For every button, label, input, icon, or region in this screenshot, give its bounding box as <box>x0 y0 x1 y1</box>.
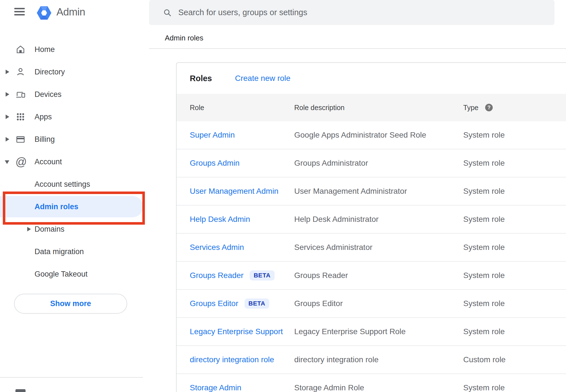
role-description: Groups Administrator <box>294 159 368 168</box>
role-type: System role <box>463 327 505 336</box>
help-icon[interactable]: ? <box>485 104 493 111</box>
sidebar-item-account-settings[interactable]: Account settings <box>0 173 149 195</box>
sidebar-item-label: Domains <box>35 225 65 234</box>
sidebar-item-admin-roles[interactable]: Admin roles <box>0 195 149 218</box>
sidebar-item-label: Home <box>35 45 55 54</box>
sidebar-item-billing[interactable]: Billing <box>0 128 149 151</box>
sidebar-bottom-divider <box>0 377 143 378</box>
caret-right-icon <box>27 227 31 231</box>
search-icon <box>163 8 172 17</box>
at-sign-icon: @ <box>15 157 26 167</box>
admin-logo-icon <box>36 4 53 21</box>
column-header-description: Role description <box>294 104 344 112</box>
sidebar-item-label: Data migration <box>35 247 84 256</box>
role-link[interactable]: Groups Reader <box>190 271 243 280</box>
sidebar-item-home[interactable]: Home <box>0 38 149 61</box>
sidebar-item-apps[interactable]: Apps <box>0 106 149 128</box>
role-description: Legacy Enterprise Support Role <box>294 327 406 336</box>
roles-card-header: Roles Create new role <box>177 63 566 94</box>
role-link[interactable]: Legacy Enterprise Support <box>190 327 283 336</box>
caret-right-icon <box>6 137 9 142</box>
role-type: System role <box>463 159 505 168</box>
sidebar-item-devices[interactable]: Devices <box>0 83 149 106</box>
beta-badge: BETA <box>245 298 269 309</box>
table-row: Groups Reader BETA Groups Reader System … <box>177 261 566 289</box>
role-link[interactable]: Groups Admin <box>190 159 239 168</box>
roles-table-body: Super Admin Google Apps Administrator Se… <box>177 121 566 392</box>
role-description: Groups Reader <box>294 271 348 280</box>
roles-title: Roles <box>190 74 212 83</box>
table-row: Storage Admin Storage Admin Role System … <box>177 373 566 392</box>
roles-table-header: Role Role description Type ? <box>177 94 566 121</box>
column-header-role: Role <box>190 104 204 112</box>
role-description: Google Apps Administrator Seed Role <box>294 131 426 140</box>
role-link[interactable]: Services Admin <box>190 243 244 252</box>
sidebar-item-label: Account settings <box>35 180 90 189</box>
caret-down-icon <box>5 160 9 164</box>
sidebar-item-label: Account <box>35 158 62 166</box>
apps-grid-icon <box>15 112 26 122</box>
sidebar-item-data-migration[interactable]: Data migration <box>0 240 149 263</box>
role-type: System role <box>463 187 505 196</box>
column-header-type: Type ? <box>463 104 493 112</box>
sidebar-item-domains[interactable]: Domains <box>0 218 149 240</box>
role-type: System role <box>463 243 505 252</box>
caret-right-icon <box>6 115 9 119</box>
table-row: Groups Admin Groups Administrator System… <box>177 149 566 177</box>
content-divider <box>149 48 566 49</box>
caret-right-icon <box>6 70 9 74</box>
person-icon <box>15 67 26 77</box>
table-row: Help Desk Admin Help Desk Administrator … <box>177 205 566 233</box>
role-type: System role <box>463 131 505 140</box>
home-icon <box>15 44 26 54</box>
hamburger-menu-icon[interactable] <box>14 8 25 15</box>
role-description: Storage Admin Role <box>294 383 364 392</box>
breadcrumb: Admin roles <box>165 34 203 42</box>
search-bar[interactable] <box>149 0 554 25</box>
role-link[interactable]: User Management Admin <box>190 187 279 196</box>
sidebar-item-google-takeout[interactable]: Google Takeout <box>0 263 149 285</box>
table-row: Groups Editor BETA Groups Editor System … <box>177 289 566 317</box>
sidebar-item-label: Apps <box>35 113 52 121</box>
role-type: System role <box>463 383 505 392</box>
role-description: Services Administrator <box>294 243 373 252</box>
table-row: User Management Admin User Management Ad… <box>177 177 566 205</box>
role-link[interactable]: Groups Editor <box>190 299 238 308</box>
sidebar-item-label: Admin roles <box>35 202 78 211</box>
table-row: Super Admin Google Apps Administrator Se… <box>177 121 566 149</box>
role-description: directory integration role <box>294 355 378 364</box>
role-description: Groups Editor <box>294 299 343 308</box>
table-row: Legacy Enterprise Support Legacy Enterpr… <box>177 317 566 345</box>
sidebar-item-label: Devices <box>35 90 61 99</box>
roles-card: Roles Create new role Role Role descript… <box>176 62 566 392</box>
credit-card-icon <box>15 134 26 144</box>
show-more-button[interactable]: Show more <box>14 294 127 314</box>
clipped-bottom-icon <box>15 389 26 392</box>
role-link[interactable]: Storage Admin <box>190 383 241 392</box>
table-row: Services Admin Services Administrator Sy… <box>177 233 566 261</box>
role-description: Help Desk Administrator <box>294 215 378 224</box>
sidebar-item-label: Google Takeout <box>35 270 88 279</box>
beta-badge: BETA <box>250 270 274 281</box>
search-input[interactable] <box>178 8 546 17</box>
sidebar-item-directory[interactable]: Directory <box>0 61 149 83</box>
sidebar-item-label: Directory <box>35 68 65 76</box>
create-new-role-link[interactable]: Create new role <box>235 74 291 83</box>
sidebar-nav: Home Directory Devices Apps Billing @ <box>0 38 149 285</box>
role-link[interactable]: directory integration role <box>190 355 274 364</box>
devices-icon <box>15 89 26 99</box>
role-type: System role <box>463 215 505 224</box>
role-type: Custom role <box>463 355 506 364</box>
role-link[interactable]: Super Admin <box>190 131 235 140</box>
role-description: User Management Administrator <box>294 187 407 196</box>
sidebar-item-account[interactable]: @ Account <box>0 151 149 173</box>
sidebar-item-label: Billing <box>35 135 55 144</box>
role-type: System role <box>463 271 505 280</box>
table-row: directory integration role directory int… <box>177 345 566 373</box>
role-type: System role <box>463 299 505 308</box>
app-title: Admin <box>56 6 85 18</box>
caret-right-icon <box>6 92 9 97</box>
role-link[interactable]: Help Desk Admin <box>190 215 250 224</box>
